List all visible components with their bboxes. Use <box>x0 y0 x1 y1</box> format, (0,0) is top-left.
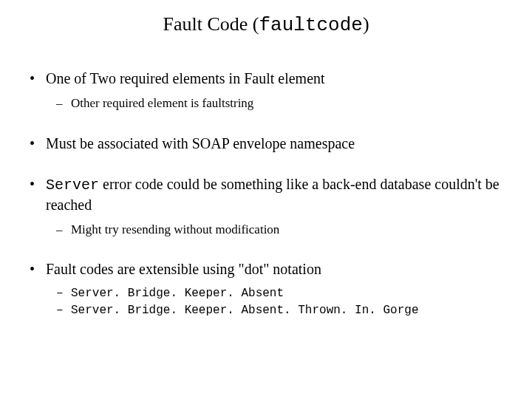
bullet-list: One of Two required elements in Fault el… <box>22 69 510 320</box>
title-code: faultcode <box>259 14 362 36</box>
title-suffix: ) <box>363 13 369 35</box>
sub-text: Other required element is faultstring <box>71 96 253 110</box>
sub-item-mono: Server. Bridge. Keeper. Absent. Thrown. … <box>56 302 510 319</box>
bullet-code-prefix: Server <box>46 177 99 194</box>
sub-item: Might try resending without modification <box>56 221 510 239</box>
title-prefix: Fault Code ( <box>163 13 259 35</box>
sub-list-mono: Server. Bridge. Keeper. Absent Server. B… <box>46 285 510 319</box>
sub-item-mono: Server. Bridge. Keeper. Absent <box>56 285 510 302</box>
sub-list: Might try resending without modification <box>46 221 510 239</box>
bullet-item: Must be associated with SOAP envelope na… <box>28 134 510 154</box>
bullet-text: Must be associated with SOAP envelope na… <box>46 135 355 151</box>
sub-text: Server. Bridge. Keeper. Absent <box>71 287 284 300</box>
bullet-text: error code could be something like a bac… <box>46 176 499 213</box>
sub-text: Server. Bridge. Keeper. Absent. Thrown. … <box>71 304 418 317</box>
sub-list: Other required element is faultstring <box>46 95 510 113</box>
bullet-text: Fault codes are extensible using "dot" n… <box>46 261 321 277</box>
bullet-text: One of Two required elements in Fault el… <box>46 70 325 86</box>
slide-title: Fault Code (faultcode) <box>22 13 510 36</box>
bullet-item: One of Two required elements in Fault el… <box>28 69 510 113</box>
sub-text: Might try resending without modification <box>71 222 279 236</box>
bullet-item: Fault codes are extensible using "dot" n… <box>28 259 510 319</box>
bullet-item: Server error code could be something lik… <box>28 174 510 239</box>
sub-item: Other required element is faultstring <box>56 95 510 113</box>
